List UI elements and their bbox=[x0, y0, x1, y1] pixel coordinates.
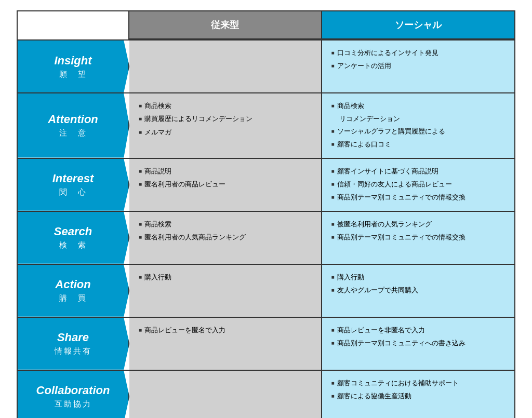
label-interest: Interest関 心 bbox=[18, 159, 129, 211]
table-header: 従来型 ソーシャル bbox=[18, 11, 514, 39]
traditional-action: 購入行動 bbox=[129, 265, 322, 317]
row-share: Share情報共有商品レビューを匿名で入力商品レビューを非匿名で入力商品別テーマ… bbox=[18, 317, 514, 370]
header-social: ソーシャル bbox=[322, 11, 515, 39]
bullet-item: 商品別テーマ別コミュニティでの情報交換 bbox=[331, 191, 506, 203]
bullet-item: 商品検索 bbox=[331, 100, 506, 112]
bullet-item: 顧客インサイトに基づく商品説明 bbox=[331, 165, 506, 177]
label-en-collaboration: Collaboration bbox=[36, 384, 110, 397]
traditional-insight bbox=[129, 41, 322, 92]
traditional-attention: 商品検索購買履歴によるリコメンデーションメルマガ bbox=[129, 93, 322, 158]
bullet-item: 商品別テーマ別コミュニティへの書き込み bbox=[331, 337, 506, 349]
traditional-interest: 商品説明匿名利用者の商品レビュー bbox=[129, 159, 322, 211]
row-collaboration: Collaboration互助協力顧客コミュニティにおける補助サポート顧客による… bbox=[18, 370, 514, 418]
label-jp-attention: 注 意 bbox=[59, 128, 87, 138]
row-attention: Attention注 意商品検索購買履歴によるリコメンデーションメルマガ商品検索… bbox=[18, 92, 514, 158]
bullet-item: 口コミ分析によるインサイト発見 bbox=[331, 47, 506, 59]
social-share: 商品レビューを非匿名で入力商品別テーマ別コミュニティへの書き込み bbox=[322, 318, 515, 370]
bullet-item: 匿名利用者の人気商品ランキング bbox=[139, 231, 312, 243]
label-jp-collaboration: 互助協力 bbox=[55, 399, 92, 409]
label-jp-search: 検 索 bbox=[59, 240, 87, 250]
bullet-item: 購入行動 bbox=[139, 271, 312, 283]
traditional-share: 商品レビューを匿名で入力 bbox=[129, 318, 322, 370]
bullet-item: 顧客による口コミ bbox=[331, 138, 506, 150]
social-collaboration: 顧客コミュニティにおける補助サポート顧客による協働生産活動 bbox=[322, 371, 515, 418]
label-jp-insight: 願 望 bbox=[59, 70, 87, 79]
label-jp-interest: 関 心 bbox=[59, 187, 87, 197]
bullet-item: ソーシャルグラフと購買履歴による bbox=[331, 125, 506, 137]
bullet-item: 商品説明 bbox=[139, 165, 312, 177]
row-insight: Insight願 望口コミ分析によるインサイト発見アンケートの活用 bbox=[18, 39, 514, 92]
bullet-item: 顧客による協働生産活動 bbox=[331, 390, 506, 402]
main-table: 従来型 ソーシャル Insight願 望口コミ分析によるインサイト発見アンケート… bbox=[17, 10, 515, 418]
label-jp-share: 情報共有 bbox=[55, 346, 92, 356]
social-attention: 商品検索リコメンデーションソーシャルグラフと購買履歴による顧客による口コミ bbox=[322, 93, 515, 158]
bullet-item: 購買履歴によるリコメンデーション bbox=[139, 113, 312, 125]
label-en-insight: Insight bbox=[54, 54, 91, 68]
bullet-item: 商品レビューを非匿名で入力 bbox=[331, 324, 506, 336]
row-search: Search検 索商品検索匿名利用者の人気商品ランキング被匿名利用者の人気ランキ… bbox=[18, 211, 514, 264]
bullet-item: 商品レビューを匿名で入力 bbox=[139, 324, 312, 336]
bullet-item: 被匿名利用者の人気ランキング bbox=[331, 218, 506, 230]
traditional-collaboration bbox=[129, 371, 322, 418]
bullet-item: アンケートの活用 bbox=[331, 60, 506, 72]
label-en-share: Share bbox=[57, 331, 89, 344]
bullet-item: 友人やグループで共同購入 bbox=[331, 284, 506, 296]
label-attention: Attention注 意 bbox=[18, 93, 129, 158]
bullet-item: 匿名利用者の商品レビュー bbox=[139, 178, 312, 190]
header-empty bbox=[18, 11, 129, 39]
traditional-search: 商品検索匿名利用者の人気商品ランキング bbox=[129, 212, 322, 264]
bullet-item: メルマガ bbox=[139, 126, 312, 138]
header-traditional: 従来型 bbox=[129, 11, 322, 39]
label-en-action: Action bbox=[55, 278, 90, 291]
row-action: Action購 買購入行動購入行動友人やグループで共同購入 bbox=[18, 264, 514, 317]
bullet-item: 商品検索 bbox=[139, 100, 312, 112]
label-en-attention: Attention bbox=[48, 113, 98, 126]
bullet-item: 購入行動 bbox=[331, 271, 506, 283]
table-body: Insight願 望口コミ分析によるインサイト発見アンケートの活用Attenti… bbox=[18, 39, 514, 418]
bullet-item-continuation: リコメンデーション bbox=[331, 113, 506, 125]
social-action: 購入行動友人やグループで共同購入 bbox=[322, 265, 515, 317]
label-action: Action購 買 bbox=[18, 265, 129, 317]
label-share: Share情報共有 bbox=[18, 318, 129, 370]
label-collaboration: Collaboration互助協力 bbox=[18, 371, 129, 418]
label-search: Search検 索 bbox=[18, 212, 129, 264]
bullet-item: 顧客コミュニティにおける補助サポート bbox=[331, 377, 506, 389]
label-jp-action: 購 買 bbox=[59, 293, 87, 303]
bullet-item: 商品検索 bbox=[139, 218, 312, 230]
bullet-item: 商品別テーマ別コミュニティでの情報交換 bbox=[331, 231, 506, 243]
social-search: 被匿名利用者の人気ランキング商品別テーマ別コミュニティでの情報交換 bbox=[322, 212, 515, 264]
bullet-item: 信頼・同好の友人による商品レビュー bbox=[331, 178, 506, 190]
label-insight: Insight願 望 bbox=[18, 41, 129, 92]
social-insight: 口コミ分析によるインサイト発見アンケートの活用 bbox=[322, 41, 515, 92]
social-interest: 顧客インサイトに基づく商品説明信頼・同好の友人による商品レビュー商品別テーマ別コ… bbox=[322, 159, 515, 211]
row-interest: Interest関 心商品説明匿名利用者の商品レビュー顧客インサイトに基づく商品… bbox=[18, 158, 514, 211]
label-en-search: Search bbox=[54, 225, 92, 238]
label-en-interest: Interest bbox=[52, 172, 94, 185]
